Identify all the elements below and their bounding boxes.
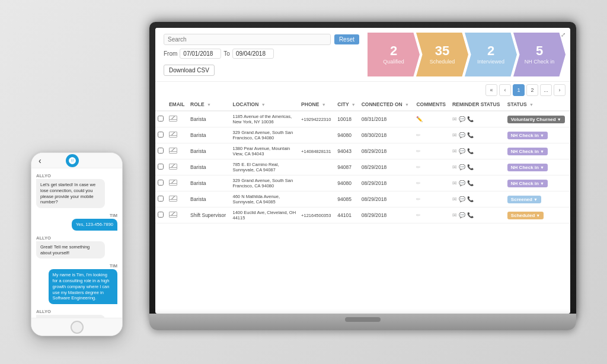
expand-icon[interactable]: ⤢ <box>561 31 566 38</box>
phone-reminder-icon[interactable]: 📞 <box>467 212 474 218</box>
phone-reminder-icon[interactable]: 📞 <box>467 148 474 154</box>
edit-icon[interactable]: ✏ <box>416 164 421 170</box>
email-icon[interactable] <box>169 148 177 154</box>
chat-reminder-icon[interactable]: 💬 <box>459 148 465 154</box>
row-city-cell: 94080 <box>335 175 359 191</box>
status-badge[interactable]: NH Check in ▼ <box>507 180 548 187</box>
from-date-input[interactable] <box>180 49 221 59</box>
chat-reminder-icon[interactable]: 💬 <box>459 212 465 218</box>
row-checkbox[interactable] <box>158 212 164 218</box>
reset-button[interactable]: Reset <box>334 34 359 44</box>
chat-reminder-icon[interactable]: 💬 <box>459 196 465 202</box>
mail-reminder-icon[interactable]: ✉ <box>452 132 457 138</box>
status-badge[interactable]: NH Check in ▼ <box>507 164 548 171</box>
chat-reminder-icon[interactable]: 💬 <box>459 132 465 138</box>
edit-icon[interactable]: ✏ <box>416 148 421 154</box>
email-icon[interactable] <box>169 132 177 138</box>
email-icon[interactable] <box>169 116 177 122</box>
row-checkbox[interactable] <box>158 196 164 202</box>
row-comments-cell: ✏ <box>414 175 450 191</box>
chat-sender-name: ALLYO <box>36 309 117 314</box>
search-input[interactable] <box>164 34 331 45</box>
page-1-button[interactable]: 1 <box>513 84 525 96</box>
status-badge[interactable]: Voluntarily Churned ▼ <box>507 116 565 123</box>
row-reminder-cell: ✉💬📞 <box>450 191 505 207</box>
th-status[interactable]: STATUS ▼ <box>505 98 570 111</box>
nhcheckin-label: NH Check in <box>525 59 555 65</box>
mail-reminder-icon[interactable]: ✉ <box>452 164 457 170</box>
home-button[interactable] <box>71 321 84 334</box>
row-comments-cell: ✏ <box>414 143 450 159</box>
status-badge[interactable]: Scheduled ▼ <box>507 212 544 219</box>
download-csv-button[interactable]: Download CSV <box>164 65 215 76</box>
laptop-body <box>149 314 576 330</box>
mail-reminder-icon[interactable]: ✉ <box>452 196 457 202</box>
page-2-button[interactable]: 2 <box>526 84 538 96</box>
email-icon[interactable] <box>169 212 177 218</box>
phone-back-button[interactable]: ‹ <box>39 156 41 165</box>
phone-reminder-icon[interactable]: 📞 <box>467 180 474 186</box>
mail-reminder-icon[interactable]: ✉ <box>452 116 457 122</box>
email-icon[interactable] <box>169 196 177 202</box>
th-city[interactable]: CITY ▼ <box>335 98 359 111</box>
row-checkbox[interactable] <box>158 116 164 122</box>
row-checkbox[interactable] <box>158 132 164 138</box>
chat-reminder-icon[interactable]: 💬 <box>459 116 465 122</box>
mail-reminder-icon[interactable]: ✉ <box>452 148 457 154</box>
row-role-cell: Barista <box>188 111 230 127</box>
th-comments[interactable]: COMMENTS <box>414 98 450 111</box>
th-location[interactable]: LOCATION ▼ <box>231 98 299 111</box>
row-location-cell: 329 Grand Avenue, South San Francisco, C… <box>231 127 299 143</box>
row-checkbox-cell <box>155 159 167 175</box>
phone-reminder-icon[interactable]: 📞 <box>467 196 474 202</box>
prev-page-button[interactable]: ‹ <box>499 84 511 96</box>
row-comments-cell: ✏ <box>414 191 450 207</box>
phone-reminder-icon[interactable]: 📞 <box>467 132 474 138</box>
row-phone-cell: +12164500353 <box>299 207 335 223</box>
table-row: Barista1185 Avenue of the Americas, New … <box>155 111 570 127</box>
row-email-cell <box>167 159 188 175</box>
edit-icon[interactable]: ✏ <box>416 180 421 186</box>
row-phone-cell <box>299 175 335 191</box>
row-city-cell: 94087 <box>335 159 359 175</box>
phone-reminder-icon[interactable]: 📞 <box>467 116 474 122</box>
status-badge[interactable]: NH Check in ▼ <box>507 148 548 155</box>
page-3-button[interactable]: ... <box>540 84 552 96</box>
row-role-cell: Barista <box>188 191 230 207</box>
row-connected-cell: 08/29/2018 <box>359 159 414 175</box>
row-reminder-cell: ✉💬📞 <box>450 207 505 223</box>
row-location-cell: 329 Grand Avenue, South San Francisco, C… <box>231 175 299 191</box>
status-badge[interactable]: NH Check in ▼ <box>507 132 548 139</box>
email-icon[interactable] <box>169 164 177 170</box>
mail-reminder-icon[interactable]: ✉ <box>452 212 457 218</box>
email-icon[interactable] <box>169 180 177 186</box>
table-container: EMAIL ROLE ▼ LOCATION ▼ PHONE ▼ CITY ▼ C… <box>155 98 570 314</box>
row-city-cell: 94043 <box>335 143 359 159</box>
edit-icon[interactable]: ✏️ <box>416 116 423 122</box>
chat-reminder-icon[interactable]: 💬 <box>459 180 465 186</box>
edit-icon[interactable]: ✏ <box>416 212 421 218</box>
phone-reminder-icon[interactable]: 📞 <box>467 164 474 170</box>
status-badge[interactable]: Screened ▼ <box>507 196 541 203</box>
th-role[interactable]: ROLE ▼ <box>188 98 230 111</box>
edit-icon[interactable]: ✏ <box>416 132 421 138</box>
chat-reminder-icon[interactable]: 💬 <box>459 164 465 170</box>
th-phone[interactable]: PHONE ▼ <box>299 98 335 111</box>
pagination-bar: « ‹ 1 2 ... › <box>155 81 570 98</box>
next-page-button[interactable]: › <box>554 84 566 96</box>
to-date-input[interactable] <box>232 49 274 59</box>
row-checkbox[interactable] <box>158 180 164 186</box>
row-checkbox[interactable] <box>158 164 164 170</box>
edit-icon[interactable]: ✏ <box>416 196 421 202</box>
first-page-button[interactable]: « <box>485 84 497 96</box>
th-connected[interactable]: CONNECTED ON ▼ <box>359 98 414 111</box>
row-location-cell: 785 E. El Camino Real, Sunnyvale, CA 940… <box>231 159 299 175</box>
row-checkbox[interactable] <box>158 148 164 154</box>
th-reminder[interactable]: REMINDER STATUS <box>450 98 505 111</box>
phone: ‹ a ALLYOLet's get started! In case we l… <box>31 152 123 336</box>
mail-reminder-icon[interactable]: ✉ <box>452 180 457 186</box>
th-email[interactable]: EMAIL <box>167 98 188 111</box>
stat-chips: 2 Qualified 35 Scheduled 2 Interviewed <box>368 28 570 81</box>
row-checkbox-cell <box>155 191 167 207</box>
row-comments-cell: ✏ <box>414 207 450 223</box>
